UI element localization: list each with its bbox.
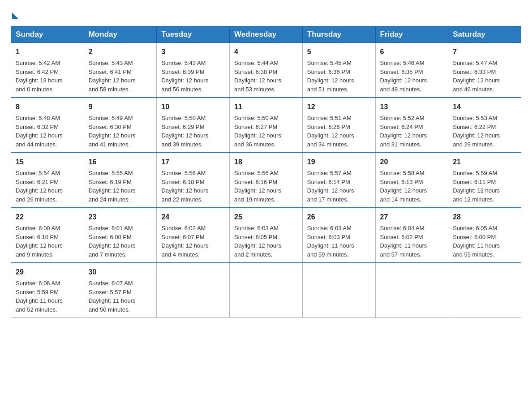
sunrise-text: Sunrise: 6:06 AM [16,280,60,287]
calendar-cell: 16Sunrise: 5:55 AMSunset: 6:19 PMDayligh… [84,153,157,208]
daylight-minutes: and 52 minutes. [16,306,57,313]
daylight-minutes: and 36 minutes. [234,141,276,148]
daylight-hours: Daylight: 12 hours [234,77,281,84]
day-number: 11 [234,102,298,112]
daylight-hours: Daylight: 12 hours [453,132,500,139]
header-monday: Monday [84,26,157,43]
day-number: 6 [380,47,444,57]
day-number: 29 [16,267,79,278]
daylight-minutes: and 4 minutes. [161,251,199,258]
sunrise-text: Sunrise: 6:07 AM [89,280,133,287]
sunset-text: Sunset: 6:19 PM [89,179,132,185]
sunrise-text: Sunrise: 5:56 AM [234,170,279,176]
daylight-hours: Daylight: 11 hours [380,242,427,249]
daylight-hours: Daylight: 12 hours [234,132,281,139]
calendar-cell: 12Sunrise: 5:51 AMSunset: 6:26 PMDayligh… [302,98,375,153]
sunrise-text: Sunrise: 5:59 AM [453,170,497,176]
calendar-cell: 22Sunrise: 6:00 AMSunset: 6:10 PMDayligh… [11,208,84,263]
daylight-hours: Daylight: 12 hours [307,187,354,194]
sunrise-text: Sunrise: 6:03 AM [307,225,352,231]
sunset-text: Sunset: 6:26 PM [307,124,350,130]
sunrise-text: Sunrise: 5:43 AM [89,60,133,66]
day-number: 16 [89,157,152,167]
day-number: 22 [16,212,79,223]
sunset-text: Sunset: 6:03 PM [307,234,350,240]
calendar-cell: 24Sunrise: 6:02 AMSunset: 6:07 PMDayligh… [157,208,230,263]
sunset-text: Sunset: 6:33 PM [453,68,496,75]
day-number: 9 [89,102,152,112]
daylight-hours: Daylight: 12 hours [453,187,500,194]
daylight-hours: Daylight: 12 hours [89,132,136,139]
calendar-cell: 8Sunrise: 5:48 AMSunset: 6:32 PMDaylight… [11,98,84,153]
sunset-text: Sunset: 6:07 PM [161,234,204,240]
sunrise-text: Sunrise: 5:54 AM [16,170,60,176]
daylight-hours: Daylight: 11 hours [307,242,354,249]
sunset-text: Sunset: 6:16 PM [234,179,277,185]
daylight-minutes: and 53 minutes. [234,86,276,93]
sunset-text: Sunset: 6:27 PM [234,124,277,130]
sunset-text: Sunset: 6:38 PM [234,68,277,75]
header-wednesday: Wednesday [230,26,303,43]
daylight-hours: Daylight: 12 hours [89,77,136,84]
day-number: 15 [16,157,79,167]
daylight-minutes: and 55 minutes. [453,251,494,258]
daylight-hours: Daylight: 12 hours [380,187,427,194]
sunset-text: Sunset: 6:18 PM [161,179,204,185]
calendar-week-4: 22Sunrise: 6:00 AMSunset: 6:10 PMDayligh… [11,208,521,263]
day-number: 12 [307,102,371,112]
daylight-minutes: and 56 minutes. [161,86,203,93]
calendar-header-row: SundayMondayTuesdayWednesdayThursdayFrid… [11,26,521,43]
sunset-text: Sunset: 6:32 PM [16,124,59,130]
day-number: 21 [453,157,516,167]
calendar-cell: 28Sunrise: 6:05 AMSunset: 6:00 PMDayligh… [448,208,521,263]
calendar-cell: 10Sunrise: 5:50 AMSunset: 6:29 PMDayligh… [157,98,230,153]
daylight-minutes: and 12 minutes. [453,196,494,203]
daylight-minutes: and 48 minutes. [380,86,422,93]
sunset-text: Sunset: 6:42 PM [16,68,59,75]
calendar-cell: 7Sunrise: 5:47 AMSunset: 6:33 PMDaylight… [448,43,521,98]
calendar-cell: 29Sunrise: 6:06 AMSunset: 5:59 PMDayligh… [11,263,84,318]
daylight-minutes: and 24 minutes. [89,196,130,203]
page-header [11,11,521,19]
sunrise-text: Sunrise: 5:57 AM [307,170,352,176]
sunrise-text: Sunrise: 5:51 AM [307,115,352,121]
logo [11,11,18,19]
calendar-cell: 21Sunrise: 5:59 AMSunset: 6:11 PMDayligh… [448,153,521,208]
day-number: 18 [234,157,298,167]
daylight-minutes: and 0 minutes. [16,86,54,93]
sunrise-text: Sunrise: 6:04 AM [380,225,425,231]
day-number: 17 [161,157,225,167]
daylight-hours: Daylight: 11 hours [89,297,136,304]
calendar-cell [302,263,375,318]
daylight-hours: Daylight: 11 hours [16,297,63,304]
daylight-minutes: and 31 minutes. [380,141,422,148]
sunrise-text: Sunrise: 5:47 AM [453,60,497,66]
calendar-cell: 27Sunrise: 6:04 AMSunset: 6:02 PMDayligh… [375,208,448,263]
daylight-hours: Daylight: 12 hours [234,187,281,194]
calendar-cell: 18Sunrise: 5:56 AMSunset: 6:16 PMDayligh… [230,153,303,208]
sunset-text: Sunset: 6:39 PM [161,68,204,75]
daylight-minutes: and 57 minutes. [380,251,422,258]
calendar-cell [230,263,303,318]
calendar-cell: 23Sunrise: 6:01 AMSunset: 6:08 PMDayligh… [84,208,157,263]
header-friday: Friday [375,26,448,43]
sunset-text: Sunset: 5:59 PM [16,289,59,295]
daylight-minutes: and 39 minutes. [161,141,203,148]
sunrise-text: Sunrise: 5:46 AM [380,60,425,66]
sunset-text: Sunset: 6:35 PM [380,68,423,75]
daylight-hours: Daylight: 12 hours [161,242,208,249]
sunrise-text: Sunrise: 5:58 AM [380,170,425,176]
sunset-text: Sunset: 6:11 PM [453,179,496,185]
calendar-cell [375,263,448,318]
day-number: 10 [161,102,225,112]
sunset-text: Sunset: 6:29 PM [161,124,204,130]
calendar-week-3: 15Sunrise: 5:54 AMSunset: 6:21 PMDayligh… [11,153,521,208]
calendar-cell: 2Sunrise: 5:43 AMSunset: 6:41 PMDaylight… [84,43,157,98]
daylight-hours: Daylight: 12 hours [307,77,354,84]
sunset-text: Sunset: 6:00 PM [453,234,496,240]
sunrise-text: Sunrise: 5:49 AM [89,115,133,121]
calendar-cell: 19Sunrise: 5:57 AMSunset: 6:14 PMDayligh… [302,153,375,208]
header-sunday: Sunday [11,26,84,43]
daylight-hours: Daylight: 12 hours [234,242,281,249]
day-number: 1 [16,47,79,57]
